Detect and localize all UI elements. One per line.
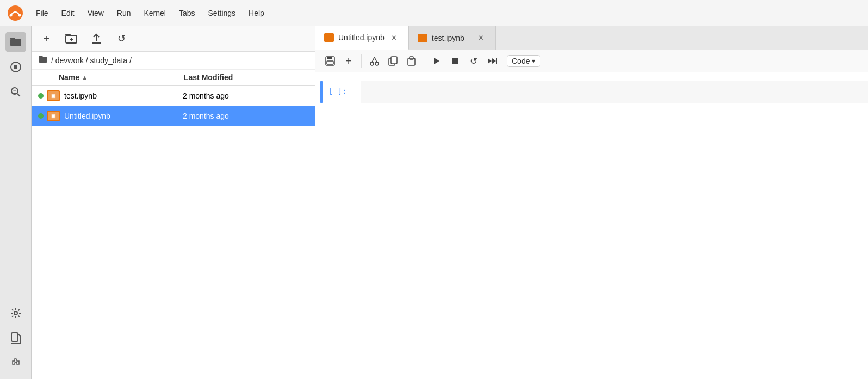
file-toolbar: + ↺ <box>32 26 315 52</box>
breadcrumb-path: / devwork / study_data / <box>51 56 132 65</box>
sidebar-files-btn[interactable] <box>5 328 26 349</box>
save-btn[interactable] <box>322 53 338 69</box>
svg-rect-29 <box>452 58 458 64</box>
svg-marker-28 <box>434 58 439 64</box>
file-date-untitled: 2 months ago <box>183 112 315 120</box>
breadcrumb: / devwork / study_data / <box>32 52 315 70</box>
svg-point-20 <box>370 62 374 65</box>
sidebar-settings-btn[interactable] <box>5 303 26 323</box>
menu-file[interactable]: File <box>30 7 54 20</box>
svg-rect-5 <box>14 65 17 69</box>
cell-type-dropdown[interactable]: Code ▾ <box>507 55 540 67</box>
file-status-dot-untitled <box>38 113 44 119</box>
cell-area: [ ]: <box>315 72 868 379</box>
file-row-untitled[interactable]: ▣ Untitled.ipynb 2 months ago <box>32 106 315 126</box>
menu-run[interactable]: Run <box>111 7 137 20</box>
copy-btn[interactable] <box>385 53 401 69</box>
svg-line-7 <box>17 94 20 96</box>
new-folder-btn[interactable] <box>63 30 79 47</box>
svg-rect-32 <box>496 58 497 64</box>
file-icon-test: ▣ <box>47 90 60 101</box>
tab-untitled-icon <box>324 33 334 42</box>
cell-prompt: [ ]: <box>328 81 361 95</box>
nb-toolbar: + <box>315 50 868 72</box>
cell-row-0: [ ]: <box>315 81 868 103</box>
sidebar-stop-btn[interactable] <box>5 57 26 77</box>
svg-rect-3 <box>10 39 21 46</box>
menu-kernel[interactable]: Kernel <box>138 7 171 20</box>
svg-marker-30 <box>488 58 492 64</box>
svg-point-1 <box>10 14 13 16</box>
app-logo <box>7 4 24 22</box>
toolbar-sep-1 <box>361 54 362 68</box>
cell-indicator <box>320 81 323 103</box>
main-layout: + ↺ <box>0 26 868 379</box>
menubar: File Edit View Run Kernel Tabs Settings … <box>0 0 868 26</box>
svg-point-10 <box>14 311 17 315</box>
svg-rect-25 <box>391 57 397 64</box>
svg-rect-16 <box>39 57 47 63</box>
col-modified-header[interactable]: Last Modified <box>184 73 315 82</box>
sidebar-search-btn[interactable] <box>5 82 26 102</box>
svg-rect-9 <box>13 90 16 91</box>
paste-btn[interactable] <box>403 53 419 69</box>
restart-btn[interactable]: ↺ <box>466 53 482 69</box>
add-cell-btn[interactable]: + <box>340 53 357 69</box>
svg-rect-8 <box>13 93 16 94</box>
menu-help[interactable]: Help <box>243 7 270 20</box>
svg-rect-11 <box>11 333 18 341</box>
toolbar-sep-2 <box>424 54 424 68</box>
sidebar-extensions-btn[interactable] <box>5 353 26 374</box>
sidebar-folder-btn[interactable] <box>5 32 26 52</box>
tabs-bar: Untitled.ipynb ✕ test.ipynb ✕ <box>315 26 868 50</box>
refresh-btn[interactable]: ↺ <box>113 30 129 47</box>
sidebar-icons <box>0 26 32 379</box>
file-status-dot-test <box>38 93 44 99</box>
svg-line-23 <box>374 57 377 62</box>
col-name-header[interactable]: Name ▲ <box>32 73 184 82</box>
upload-btn[interactable] <box>88 30 104 47</box>
sort-arrow-icon: ▲ <box>82 74 88 81</box>
tab-test-label: test.ipynb <box>432 34 464 42</box>
file-name-test: test.ipynb <box>64 91 183 100</box>
tab-test-icon <box>418 34 427 42</box>
run-btn[interactable] <box>429 53 445 69</box>
menu-settings[interactable]: Settings <box>203 7 241 20</box>
stop-btn[interactable] <box>447 53 463 69</box>
svg-rect-19 <box>327 61 333 64</box>
fast-forward-btn[interactable] <box>484 53 500 69</box>
tab-test-close[interactable]: ✕ <box>476 33 487 44</box>
breadcrumb-folder-icon <box>38 55 48 66</box>
svg-point-2 <box>18 14 21 16</box>
notebook-panel: Untitled.ipynb ✕ test.ipynb ✕ + <box>315 26 868 379</box>
file-row-test[interactable]: ▣ test.ipynb 2 months ago <box>32 86 315 106</box>
file-date-test: 2 months ago <box>183 91 315 100</box>
svg-marker-31 <box>492 58 496 64</box>
menu-tabs[interactable]: Tabs <box>173 7 201 20</box>
svg-line-22 <box>372 57 375 62</box>
svg-point-0 <box>8 5 23 21</box>
file-name-untitled: Untitled.ipynb <box>64 112 183 120</box>
menu-view[interactable]: View <box>82 7 109 20</box>
file-panel: + ↺ <box>32 26 315 379</box>
tab-untitled[interactable]: Untitled.ipynb ✕ <box>315 26 409 50</box>
svg-point-21 <box>375 62 379 65</box>
cell-type-label: Code <box>512 57 530 65</box>
menu-edit[interactable]: Edit <box>56 7 80 20</box>
tab-untitled-label: Untitled.ipynb <box>338 33 385 42</box>
file-list-header: Name ▲ Last Modified <box>32 70 315 86</box>
new-file-btn[interactable]: + <box>38 30 54 47</box>
svg-rect-18 <box>327 57 332 59</box>
dropdown-chevron-icon: ▾ <box>532 57 535 65</box>
cell-input[interactable] <box>361 81 868 103</box>
file-list: ▣ test.ipynb 2 months ago ▣ Untitled.ipy… <box>32 86 315 379</box>
cut-btn[interactable] <box>366 53 382 69</box>
file-icon-untitled: ▣ <box>47 111 60 121</box>
tab-untitled-close[interactable]: ✕ <box>389 32 400 43</box>
tab-test[interactable]: test.ipynb ✕ <box>409 26 496 50</box>
